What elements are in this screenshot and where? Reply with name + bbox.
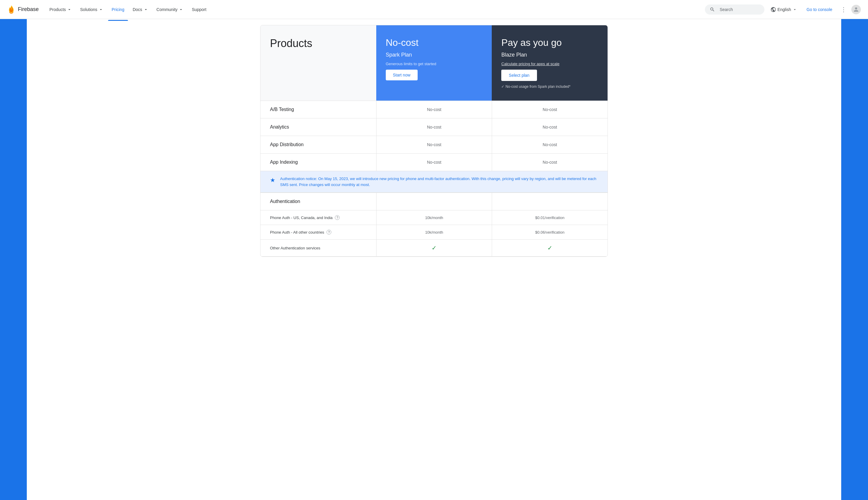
page-wrapper: Products No-cost Spark Plan Generous lim…: [0, 19, 868, 500]
table-row: Phone Auth - US, Canada, and India ? 10k…: [261, 211, 607, 225]
nav-item-products[interactable]: Products: [46, 5, 75, 14]
blaze-value-cell: No-cost: [492, 101, 607, 118]
brand-name: Firebase: [18, 6, 39, 12]
content-area: Products No-cost Spark Plan Generous lim…: [255, 19, 613, 263]
nav-item-pricing[interactable]: Pricing: [108, 5, 128, 14]
search-label: Search: [720, 7, 733, 12]
auth-header-row: Authentication: [261, 193, 607, 211]
nav-item-solutions[interactable]: Solutions: [77, 5, 107, 14]
table-row: Analytics No-cost No-cost: [261, 118, 607, 136]
auth-blaze-value: $0.06/verification: [492, 225, 607, 239]
nav-links: Products Solutions Pricing Docs Communit…: [46, 5, 705, 14]
table-row: Other Authentication services ✓ ✓: [261, 240, 607, 257]
more-options-button[interactable]: ⋮: [838, 4, 849, 15]
language-selector[interactable]: English: [767, 4, 801, 15]
table-row: App Indexing No-cost No-cost: [261, 153, 607, 171]
spark-plan-name: Spark Plan: [386, 52, 482, 58]
nav-item-support[interactable]: Support: [188, 5, 210, 14]
language-label: English: [777, 7, 791, 12]
auth-title: Authentication: [270, 199, 300, 204]
blaze-plan-name: Blaze Plan: [501, 52, 598, 58]
auth-blaze-value: $0.01/verification: [492, 211, 607, 225]
blaze-value-cell: No-cost: [492, 154, 607, 171]
spark-value-cell: No-cost: [376, 101, 492, 118]
blaze-value-cell: No-cost: [492, 118, 607, 136]
product-name-cell: A/B Testing: [261, 101, 376, 118]
auth-spark-value: ✓: [376, 240, 492, 256]
go-to-console-button[interactable]: Go to console: [803, 5, 836, 14]
auth-spark-value: 10k/month: [376, 211, 492, 225]
spark-plan-header: No-cost Spark Plan Generous limits to ge…: [376, 25, 492, 101]
auth-title-cell: Authentication: [261, 193, 376, 210]
authentication-section: Authentication Phone Auth - US, Canada, …: [261, 193, 607, 257]
spark-value-cell: No-cost: [376, 118, 492, 136]
spark-value-cell: No-cost: [376, 136, 492, 153]
auth-feature-name: Phone Auth - All other countries ?: [261, 225, 376, 239]
auth-feature-name: Phone Auth - US, Canada, and India ?: [261, 211, 376, 225]
spark-tier-label: No-cost: [386, 37, 482, 48]
table-row: A/B Testing No-cost No-cost: [261, 101, 607, 118]
auth-spark-header: [376, 193, 492, 210]
pricing-table: Products No-cost Spark Plan Generous lim…: [260, 25, 608, 257]
products-heading: Products: [270, 37, 312, 50]
product-name-cell: App Distribution: [261, 136, 376, 153]
select-plan-button[interactable]: Select plan: [501, 70, 537, 81]
checkmark-icon: ✓: [547, 245, 552, 251]
spark-value-cell: No-cost: [376, 154, 492, 171]
table-row: App Distribution No-cost No-cost: [261, 136, 607, 153]
product-name-cell: App Indexing: [261, 154, 376, 171]
user-avatar[interactable]: [851, 5, 861, 14]
blaze-value-cell: No-cost: [492, 136, 607, 153]
auth-blaze-value: ✓: [492, 240, 607, 256]
table-row: Phone Auth - All other countries ? 10k/m…: [261, 225, 607, 240]
bg-left: [0, 19, 27, 500]
navbar: Firebase Products Solutions Pricing Docs…: [0, 0, 868, 19]
calc-pricing-link[interactable]: Calculate pricing for apps at scale: [501, 61, 598, 66]
firebase-logo[interactable]: Firebase: [7, 5, 39, 14]
blaze-plan-header: Pay as you go Blaze Plan Calculate prici…: [492, 25, 607, 101]
nav-right: Search English Go to console ⋮: [705, 4, 861, 15]
nav-item-community[interactable]: Community: [153, 5, 187, 14]
auth-notice-text: Authentication notice: On May 15, 2023, …: [280, 176, 598, 188]
search-box[interactable]: Search: [705, 4, 764, 14]
star-icon: ★: [270, 177, 275, 184]
nav-item-docs[interactable]: Docs: [129, 5, 152, 14]
help-icon[interactable]: ?: [327, 230, 331, 235]
bg-right: [841, 19, 868, 500]
product-name-cell: Analytics: [261, 118, 376, 136]
checkmark-icon: ✓: [432, 245, 437, 251]
start-now-button[interactable]: Start now: [386, 70, 418, 80]
blaze-no-cost-note: ✓ No-cost usage from Spark plan included…: [501, 84, 598, 89]
auth-feature-name: Other Authentication services: [261, 240, 376, 256]
auth-blaze-header: [492, 193, 607, 210]
blaze-tier-label: Pay as you go: [501, 37, 598, 48]
plan-header-row: Products No-cost Spark Plan Generous lim…: [261, 25, 607, 101]
auth-spark-value: 10k/month: [376, 225, 492, 239]
spark-plan-description: Generous limits to get started: [386, 61, 482, 66]
help-icon[interactable]: ?: [335, 215, 340, 220]
auth-notice-banner: ★ Authentication notice: On May 15, 2023…: [261, 171, 607, 193]
products-header-cell: Products: [261, 25, 376, 101]
